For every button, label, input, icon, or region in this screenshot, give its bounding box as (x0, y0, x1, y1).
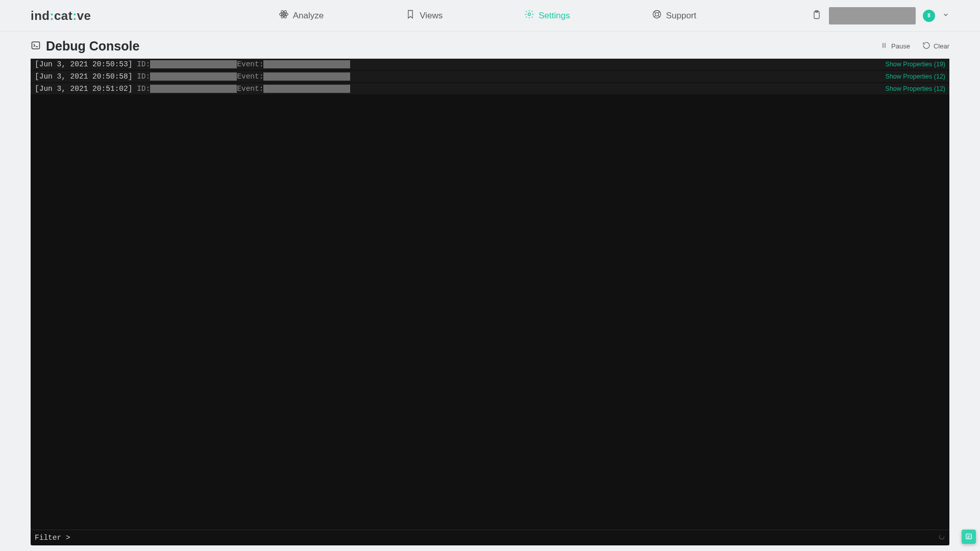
id-value-redacted (150, 85, 237, 93)
pause-icon (880, 41, 888, 51)
svg-point-3 (283, 14, 284, 15)
console-row: [Jun 3, 2021 20:50:53] ID:Event:Show Pro… (31, 59, 949, 70)
console-empty-area (31, 95, 949, 530)
id-value-redacted (150, 72, 237, 81)
spinner-icon (938, 533, 945, 542)
event-value-redacted (263, 60, 350, 68)
nav-views-label: Views (420, 11, 443, 21)
nav-views[interactable]: Views (405, 9, 443, 22)
svg-point-4 (528, 13, 531, 16)
nav-support-label: Support (666, 11, 697, 21)
help-widget[interactable] (962, 530, 976, 544)
brand-logo[interactable]: ind:cat:ve (31, 9, 163, 23)
top-nav: ind:cat:ve Analyze Views Settings Suppor… (0, 0, 980, 32)
page-title: Debug Console (46, 39, 139, 54)
show-properties-link[interactable]: Show Properties (12) (886, 85, 945, 92)
pause-label: Pause (891, 42, 910, 50)
console-row: [Jun 3, 2021 20:51:02] ID:Event:Show Pro… (31, 83, 949, 94)
page-title-group: Debug Console (31, 39, 139, 54)
id-label: ID: (132, 85, 150, 93)
clear-label: Clear (934, 42, 949, 50)
event-label: Event: (237, 85, 263, 93)
id-label: ID: (132, 72, 150, 81)
atom-icon (279, 9, 289, 22)
svg-rect-9 (32, 42, 40, 48)
clipboard-icon[interactable] (812, 10, 822, 22)
show-properties-link[interactable]: Show Properties (12) (886, 73, 945, 80)
event-value-redacted (263, 85, 350, 93)
nav-settings[interactable]: Settings (524, 9, 570, 22)
row-timestamp: [Jun 3, 2021 20:50:58] (35, 72, 132, 81)
undo-icon (922, 41, 930, 51)
svg-point-13 (939, 534, 944, 539)
terminal-icon (31, 40, 41, 53)
event-value-redacted (263, 72, 350, 81)
gear-icon (524, 9, 534, 22)
lifering-icon (652, 9, 662, 22)
nav-support[interactable]: Support (652, 9, 697, 22)
chevron-down-icon[interactable] (942, 11, 949, 20)
filter-input[interactable] (70, 534, 938, 542)
clear-button[interactable]: Clear (922, 41, 949, 51)
svg-point-6 (655, 13, 658, 16)
page-header: Debug Console Pause Clear (0, 32, 980, 59)
project-selector-redacted[interactable] (829, 7, 916, 24)
event-label: Event: (237, 60, 263, 68)
topbar-right: II (812, 7, 949, 24)
row-timestamp: [Jun 3, 2021 20:51:02] (35, 85, 132, 93)
console-row: [Jun 3, 2021 20:50:58] ID:Event:Show Pro… (31, 71, 949, 82)
page-actions: Pause Clear (880, 41, 949, 51)
bookmark-icon (405, 9, 415, 22)
id-value-redacted (150, 60, 237, 68)
nav-analyze[interactable]: Analyze (279, 9, 324, 22)
filter-prompt: Filter > (35, 534, 70, 542)
show-properties-link[interactable]: Show Properties (19) (886, 61, 945, 68)
user-avatar[interactable]: II (923, 10, 935, 22)
console-rows: [Jun 3, 2021 20:50:53] ID:Event:Show Pro… (31, 59, 949, 95)
row-timestamp: [Jun 3, 2021 20:50:53] (35, 60, 132, 68)
id-label: ID: (132, 60, 150, 68)
nav-settings-label: Settings (538, 11, 570, 21)
nav-analyze-label: Analyze (293, 11, 324, 21)
pause-button[interactable]: Pause (880, 41, 910, 51)
console-filter-bar: Filter > (31, 530, 949, 545)
event-label: Event: (237, 72, 263, 81)
primary-nav: Analyze Views Settings Support (163, 9, 812, 22)
debug-console: [Jun 3, 2021 20:50:53] ID:Event:Show Pro… (31, 59, 949, 545)
